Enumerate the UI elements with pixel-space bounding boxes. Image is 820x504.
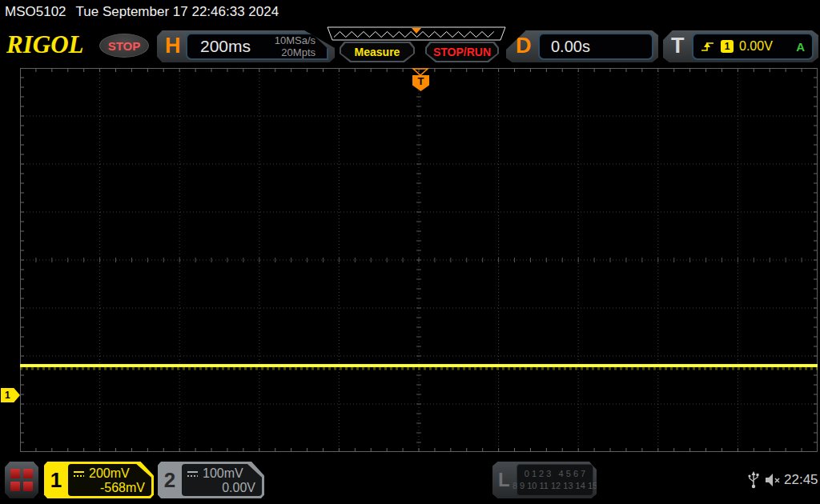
menu-button[interactable] bbox=[5, 462, 38, 498]
horizontal-label: H bbox=[165, 34, 181, 58]
dc-coupling-icon bbox=[73, 470, 85, 478]
trigger-level-value: 0.00V bbox=[739, 39, 773, 54]
channel2-scale: 100mV bbox=[203, 466, 243, 481]
trigger-box[interactable]: 1 0.00V A bbox=[692, 33, 814, 60]
channel1-number: 1 bbox=[44, 462, 68, 498]
logic-row-8-15: 8 9 10 11 12 13 14 15 bbox=[512, 480, 597, 492]
timebase-value: 200ms bbox=[187, 37, 251, 56]
speaker-muted-icon bbox=[763, 470, 782, 490]
measure-button-label: Measure bbox=[341, 43, 413, 61]
channel2-number: 2 bbox=[158, 462, 182, 498]
waveform-preview-strip[interactable] bbox=[327, 26, 506, 42]
acquisition-info: 10MSa/s 20Mpts bbox=[275, 34, 327, 58]
channel2-offset: 0.00V bbox=[187, 481, 255, 495]
logic-row-0-7: 0 1 2 3 4 5 6 7 bbox=[525, 468, 585, 480]
channel1-scale: 200mV bbox=[89, 466, 130, 481]
rigol-logo: RIGOL bbox=[6, 30, 83, 59]
sample-rate: 10MSa/s bbox=[275, 34, 316, 46]
channel1-ground-marker[interactable]: 1 bbox=[1, 388, 20, 402]
trigger-mode-auto: A bbox=[796, 40, 805, 54]
logic-label: L bbox=[498, 469, 510, 491]
horizontal-panel[interactable]: H 200ms 10MSa/s 20Mpts bbox=[157, 30, 335, 62]
timebase-box[interactable]: 200ms 10MSa/s 20Mpts bbox=[186, 33, 328, 60]
datetime-text: Tue September 17 22:46:33 2024 bbox=[76, 4, 279, 19]
clock: 22:45 bbox=[784, 472, 818, 488]
model-name: MSO5102 bbox=[5, 4, 66, 19]
titlebar: MSO5102Tue September 17 22:46:33 2024 bbox=[5, 4, 288, 20]
run-state-badge: STOP bbox=[99, 34, 149, 58]
measure-button[interactable]: Measure bbox=[340, 42, 415, 62]
memory-depth: 20Mpts bbox=[281, 46, 316, 58]
stop-run-button[interactable]: STOP/RUN bbox=[425, 42, 499, 62]
usb-icon bbox=[747, 470, 760, 490]
trigger-panel[interactable]: T 1 0.00V A bbox=[663, 30, 818, 62]
red-grid-menu-icon bbox=[10, 469, 33, 491]
graticule bbox=[20, 68, 818, 452]
logic-channels-box[interactable]: L 0 1 2 3 4 5 6 7 8 9 10 11 12 13 14 15 bbox=[492, 462, 597, 498]
rising-edge-trigger-icon bbox=[701, 40, 715, 53]
logic-channel-list: 0 1 2 3 4 5 6 7 8 9 10 11 12 13 14 15 bbox=[517, 464, 593, 496]
channel1-offset: -568mV bbox=[73, 481, 145, 495]
channel2-box[interactable]: 2 100mV 0.00V bbox=[158, 462, 264, 498]
delay-label: D bbox=[516, 34, 532, 58]
delay-value: 0.00s bbox=[540, 38, 590, 56]
delay-box[interactable]: 0.00s bbox=[538, 33, 653, 60]
delay-panel[interactable]: D 0.00s bbox=[506, 30, 658, 62]
oscilloscope-screen: MSO5102Tue September 17 22:46:33 2024 RI… bbox=[0, 0, 820, 504]
channel1-info: 200mV -568mV bbox=[68, 464, 151, 496]
trigger-position-triangle-icon[interactable] bbox=[412, 68, 429, 76]
channel1-box[interactable]: 1 200mV -568mV bbox=[44, 462, 154, 498]
stop-run-button-label: STOP/RUN bbox=[427, 43, 497, 61]
trigger-label: T bbox=[671, 34, 685, 58]
channel2-info: 100mV 0.00V bbox=[182, 464, 262, 496]
trigger-source-badge: 1 bbox=[721, 40, 734, 53]
dc-coupling-icon bbox=[187, 470, 199, 478]
